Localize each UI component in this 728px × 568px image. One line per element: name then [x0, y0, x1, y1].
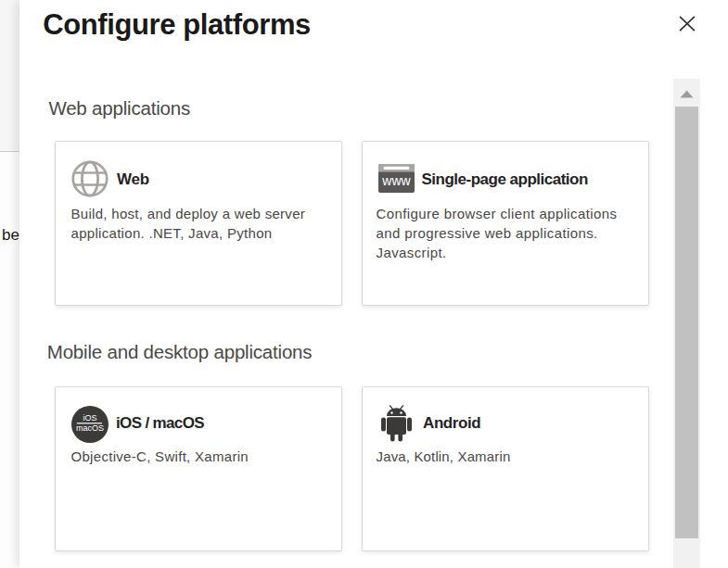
svg-text:iOS: iOS [83, 412, 96, 422]
svg-text:macOS: macOS [76, 423, 104, 433]
svg-text:www: www [381, 173, 411, 188]
